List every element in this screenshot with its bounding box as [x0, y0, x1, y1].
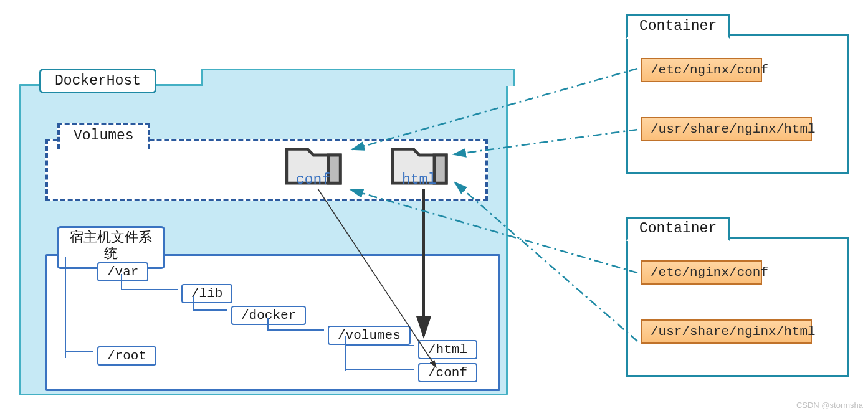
container1-label: Container	[626, 14, 730, 39]
container2-box: Container /etc/nginx/conf /usr/share/ngi…	[626, 237, 849, 377]
filesystem-box: 宿主机文件系统 /var /lib /docker /volumes /html…	[45, 254, 500, 391]
path-lib: /lib	[181, 284, 232, 303]
container1-mount-conf: /etc/nginx/conf	[641, 58, 762, 82]
path-html: /html	[418, 340, 477, 359]
container1-box: Container /etc/nginx/conf /usr/share/ngi…	[626, 34, 849, 174]
docker-host-box: DockerHost Volumes 宿主机文件系统 /var /lib /do…	[19, 84, 508, 395]
path-var: /var	[97, 262, 148, 281]
volumes-label: Volumes	[57, 123, 150, 149]
path-volumes: /volumes	[328, 326, 411, 345]
path-docker: /docker	[231, 306, 306, 325]
folder-conf-label: conf	[296, 172, 330, 188]
path-conf: /conf	[418, 363, 477, 382]
container2-label: Container	[626, 217, 730, 241]
container1-mount-html: /usr/share/nginx/html	[641, 117, 812, 141]
container2-mount-conf: /etc/nginx/conf	[641, 260, 762, 285]
watermark: CSDN @stormsha	[796, 400, 863, 410]
folder-html-label: html	[402, 172, 436, 188]
path-root: /root	[97, 346, 156, 366]
docker-host-label: DockerHost	[39, 68, 156, 93]
container2-mount-html: /usr/share/nginx/html	[641, 319, 812, 344]
